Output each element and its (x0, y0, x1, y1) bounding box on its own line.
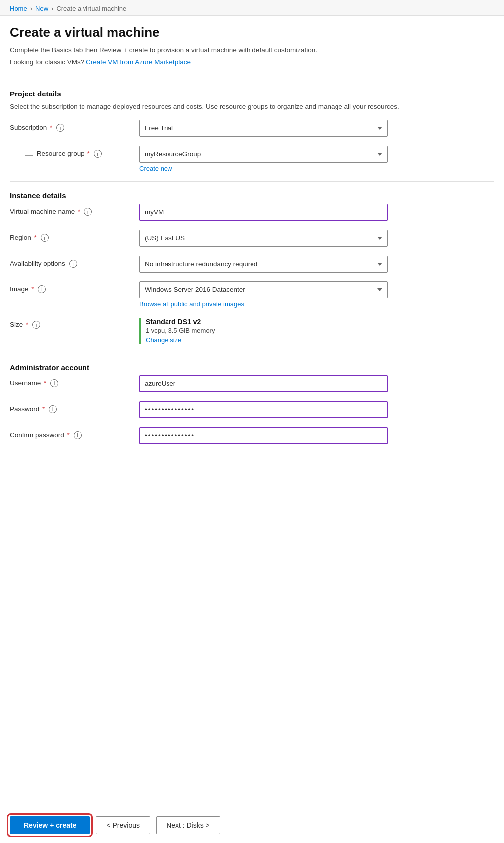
confirm-password-info-icon[interactable]: i (74, 431, 82, 439)
vm-name-row: Virtual machine name * i (10, 204, 494, 221)
image-control: Windows Server 2016 Datacenter Browse al… (139, 281, 494, 308)
username-info-icon[interactable]: i (50, 379, 58, 387)
vm-name-input[interactable] (139, 204, 388, 221)
vm-name-control (139, 204, 494, 221)
confirm-password-label: Confirm password (10, 431, 64, 439)
region-label-col: Region * i (10, 230, 139, 242)
create-new-link[interactable]: Create new (139, 165, 494, 172)
instance-details-title: Instance details (10, 191, 494, 200)
region-info-icon[interactable]: i (41, 234, 49, 242)
resource-group-select[interactable]: myResourceGroup (139, 146, 388, 163)
region-control: (US) East US (139, 230, 494, 247)
classic-vms-text: Looking for classic VMs? Create VM from … (10, 57, 494, 67)
confirm-password-required: * (67, 431, 70, 439)
resource-group-label: Resource group (37, 150, 84, 157)
region-select[interactable]: (US) East US (139, 230, 388, 247)
admin-divider (10, 353, 494, 353)
username-control (139, 375, 494, 392)
username-input[interactable] (139, 375, 388, 392)
confirm-password-label-col: Confirm password * i (10, 427, 139, 439)
region-label: Region (10, 234, 31, 241)
image-required: * (31, 285, 34, 293)
page-description: Complete the Basics tab then Review + cr… (10, 45, 494, 55)
availability-label: Availability options (10, 260, 65, 267)
password-row: Password * i (10, 401, 494, 418)
size-label-col: Size * i (10, 317, 139, 329)
vm-name-label: Virtual machine name (10, 208, 75, 215)
project-details-title: Project details (10, 90, 494, 98)
subscription-select[interactable]: Free Trial (139, 120, 388, 137)
username-label: Username (10, 379, 41, 387)
page-header: Create a virtual machine Complete the Ba… (0, 16, 504, 75)
availability-select[interactable]: No infrastructure redundancy required (139, 256, 388, 273)
subscription-info-icon[interactable]: i (56, 124, 64, 132)
availability-info-icon[interactable]: i (69, 260, 77, 268)
size-description: 1 vcpu, 3.5 GiB memory (146, 327, 388, 334)
confirm-password-control (139, 427, 494, 444)
subscription-label: Subscription (10, 124, 47, 131)
password-control (139, 401, 494, 418)
size-label: Size (10, 321, 23, 328)
availability-row: Availability options i No infrastructure… (10, 256, 494, 273)
size-row: Size * i Standard DS1 v2 1 vcpu, 3.5 GiB… (10, 317, 494, 344)
resource-group-control: myResourceGroup Create new (139, 146, 494, 172)
image-label-col: Image * i (10, 281, 139, 293)
availability-control: No infrastructure redundancy required (139, 256, 494, 273)
image-label: Image (10, 285, 29, 293)
browse-images-link[interactable]: Browse all public and private images (139, 300, 494, 308)
size-control: Standard DS1 v2 1 vcpu, 3.5 GiB memory C… (139, 317, 494, 344)
vm-name-required: * (78, 208, 80, 215)
resource-group-label-col: Resource group * i (10, 146, 139, 158)
password-required: * (42, 405, 45, 413)
resource-group-row: Resource group * i myResourceGroup Creat… (10, 146, 494, 172)
password-label: Password (10, 405, 39, 413)
username-required: * (44, 379, 46, 387)
vm-name-label-col: Virtual machine name * i (10, 204, 139, 216)
region-required: * (34, 234, 37, 241)
main-content: Project details Select the subscription … (0, 75, 504, 493)
vm-name-info-icon[interactable]: i (84, 208, 92, 216)
change-size-link[interactable]: Change size (146, 336, 388, 344)
admin-account-title: Administrator account (10, 363, 494, 372)
breadcrumb-new[interactable]: New (35, 5, 48, 12)
image-select[interactable]: Windows Server 2016 Datacenter (139, 281, 388, 298)
password-info-icon[interactable]: i (49, 405, 57, 413)
subscription-required: * (50, 124, 52, 131)
confirm-password-input[interactable] (139, 427, 388, 444)
image-row: Image * i Windows Server 2016 Datacenter… (10, 281, 494, 308)
resource-group-required: * (87, 150, 90, 157)
size-required: * (26, 321, 28, 328)
username-label-col: Username * i (10, 375, 139, 387)
size-info-icon[interactable]: i (32, 321, 40, 329)
confirm-password-row: Confirm password * i (10, 427, 494, 444)
previous-button[interactable]: < Previous (96, 816, 150, 834)
next-disks-button[interactable]: Next : Disks > (156, 816, 220, 834)
subscription-row: Subscription * i Free Trial (10, 120, 494, 137)
breadcrumb-current: Create a virtual machine (56, 5, 126, 12)
region-row: Region * i (US) East US (10, 230, 494, 247)
breadcrumb-home[interactable]: Home (10, 5, 27, 12)
project-details-desc: Select the subscription to manage deploy… (10, 102, 494, 112)
section-divider (10, 181, 494, 182)
classic-vms-link[interactable]: Create VM from Azure Marketplace (86, 58, 191, 66)
size-block: Standard DS1 v2 1 vcpu, 3.5 GiB memory C… (139, 318, 388, 344)
image-info-icon[interactable]: i (38, 285, 46, 293)
size-name: Standard DS1 v2 (146, 318, 388, 326)
password-label-col: Password * i (10, 401, 139, 413)
username-row: Username * i (10, 375, 494, 392)
review-create-button[interactable]: Review + create (10, 816, 90, 834)
password-input[interactable] (139, 401, 388, 418)
availability-label-col: Availability options i (10, 256, 139, 268)
page-title: Create a virtual machine (10, 25, 494, 40)
footer-bar: Review + create < Previous Next : Disks … (0, 807, 504, 843)
resource-group-info-icon[interactable]: i (94, 150, 102, 158)
subscription-control: Free Trial (139, 120, 494, 137)
breadcrumb: Home › New › Create a virtual machine (0, 0, 504, 16)
subscription-label-col: Subscription * i (10, 120, 139, 132)
